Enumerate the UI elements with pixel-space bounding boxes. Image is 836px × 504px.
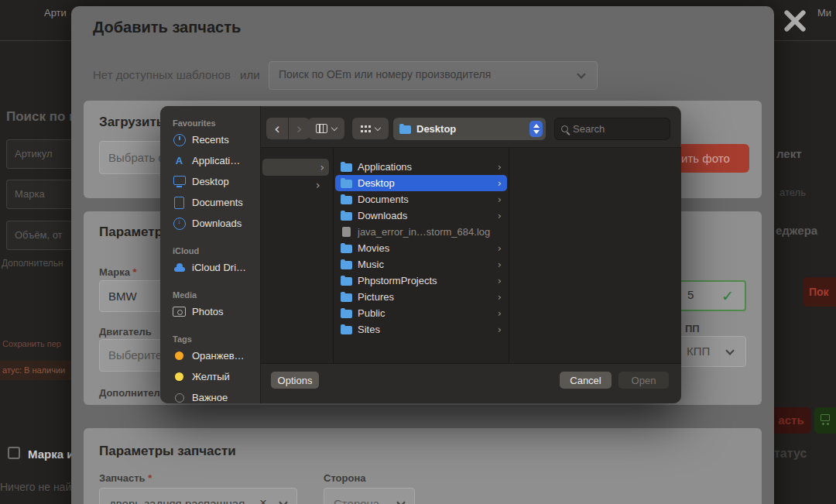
clear-icon[interactable]: ×: [259, 495, 267, 504]
sidebar-section-title: Media: [173, 289, 260, 301]
file-row[interactable]: Documents›: [335, 191, 507, 207]
sidebar-item[interactable]: Applicati…: [173, 150, 260, 171]
file-name: Desktop: [358, 177, 492, 189]
chevron-right-icon: ›: [498, 307, 502, 319]
brand-input[interactable]: Марка: [6, 180, 71, 209]
sidebar-item[interactable]: Важное: [173, 387, 260, 403]
column-view-button[interactable]: [308, 118, 344, 139]
back-button[interactable]: ‹: [266, 118, 288, 139]
or-text: или: [240, 68, 260, 81]
engine-label: Двигатель: [99, 326, 152, 338]
document-icon: [173, 196, 186, 209]
file-name: Public: [358, 307, 492, 319]
file-name: Downloads: [358, 210, 492, 221]
side-value: Сторона: [334, 497, 379, 504]
additional-filters-label: Дополнительн: [2, 258, 63, 269]
options-button[interactable]: Options: [271, 372, 319, 389]
file-row[interactable]: Pictures›: [335, 289, 507, 305]
location-value: Desktop: [416, 123, 456, 135]
app-a-icon: [173, 154, 186, 167]
tag-ring-icon: [173, 391, 186, 403]
empty-results-text: Ничего не най: [0, 481, 71, 493]
gearbox-value: КПП: [687, 345, 710, 358]
open-button[interactable]: Open: [618, 372, 669, 389]
sidebar-item-label: Оранжев…: [192, 350, 245, 362]
page-header-right-text: Ми: [817, 7, 831, 19]
page-header-left-text: Арти: [44, 7, 67, 19]
chevron-right-icon: ›: [498, 259, 502, 270]
cloud-icon: [173, 261, 186, 274]
save-params-link[interactable]: Сохранить пер: [2, 339, 61, 348]
part-params-heading: Параметры запчасти: [99, 444, 236, 459]
oem-search-select[interactable]: Поиск по OEm или номеру производителя: [269, 61, 598, 90]
part-params-card: Параметры запчасти Запчасть * дверь задн…: [84, 428, 762, 504]
file-row[interactable]: PhpstormProjects›: [335, 273, 507, 289]
sidebar-item-label: Desktop: [192, 176, 229, 187]
folder-icon: [341, 293, 352, 302]
folder-icon: [341, 163, 352, 172]
sidebar-item-label: Applicati…: [192, 155, 240, 166]
file-row[interactable]: Public›: [335, 305, 507, 321]
chevron-right-icon: ›: [498, 177, 502, 189]
file-row[interactable]: Sites›: [335, 321, 507, 338]
cart-icon: [821, 414, 830, 421]
sidebar-item[interactable]: Photos: [173, 301, 260, 322]
part-select[interactable]: дверь задняя распашная ×: [99, 488, 297, 504]
right-label-mid: атель: [779, 187, 806, 198]
status-badge: атус: В наличии: [0, 361, 72, 380]
volume-input[interactable]: Объём, от: [6, 221, 71, 250]
sidebar-item[interactable]: Desktop: [173, 171, 260, 192]
file-row[interactable]: Music›: [335, 256, 507, 273]
search-field[interactable]: Search: [554, 118, 670, 140]
gearbox-label: ПП: [685, 323, 700, 334]
location-dropdown[interactable]: Desktop: [393, 118, 546, 140]
dropdown-stepper-icon: [529, 121, 543, 137]
file-list: Applications›Desktop›Documents›Downloads…: [334, 148, 509, 365]
cancel-button[interactable]: Cancel: [560, 372, 612, 389]
sidebar-item-label: Downloads: [192, 218, 242, 229]
file-row[interactable]: java_error_in…storm_684.log: [335, 224, 507, 240]
cart-button[interactable]: [814, 407, 836, 434]
modal-title: Добавить запчасть: [93, 19, 241, 36]
show-button[interactable]: Пок: [803, 277, 836, 307]
file-row[interactable]: Desktop›: [335, 175, 507, 191]
parent-column: › ›: [261, 148, 333, 365]
sidebar-item[interactable]: Recents: [173, 129, 260, 150]
parent-selected-row[interactable]: ›: [262, 159, 329, 176]
sidebar-item[interactable]: Желтый: [173, 366, 260, 387]
sidebar-section-title: Tags: [173, 333, 260, 345]
group-view-button[interactable]: [352, 118, 389, 139]
file-row[interactable]: Downloads›: [335, 207, 507, 224]
sidebar-item-label: Желтый: [192, 371, 230, 382]
sidebar-item[interactable]: iCloud Dri…: [173, 257, 260, 278]
column-divider: [509, 148, 509, 365]
sidebar-item[interactable]: Downloads: [173, 213, 260, 234]
required-asterisk: *: [148, 472, 152, 484]
brand-checkbox[interactable]: [8, 447, 20, 459]
folder-icon: [399, 125, 411, 134]
file-row[interactable]: Movies›: [335, 240, 507, 256]
article-input[interactable]: Артикул: [6, 139, 71, 169]
sidebar-item[interactable]: Оранжев…: [173, 345, 260, 366]
file-row[interactable]: Applications›: [335, 159, 507, 175]
oem-search-value: Поиск по OEm или номеру производителя: [279, 68, 491, 81]
sidebar-item-label: iCloud Dri…: [192, 262, 246, 273]
chevron-down-icon: [396, 498, 405, 504]
folder-icon: [341, 196, 352, 204]
tag-orange-icon: [173, 349, 186, 362]
grid-icon: [361, 125, 363, 128]
sell-part-button[interactable]: асть: [771, 407, 811, 434]
file-name: Movies: [358, 242, 492, 254]
chevron-right-icon: ›: [498, 194, 502, 205]
close-icon[interactable]: [777, 3, 813, 39]
finder-sidebar: FavouritesRecentsApplicati…DesktopDocume…: [160, 106, 261, 403]
macos-open-dialog: FavouritesRecentsApplicati…DesktopDocume…: [160, 106, 681, 403]
forward-button[interactable]: ›: [289, 118, 310, 139]
file-name: java_error_in…storm_684.log: [358, 226, 507, 238]
brand-label: Марка *: [99, 266, 137, 278]
file-name: PhpstormProjects: [358, 275, 492, 286]
sidebar-item[interactable]: Documents: [173, 192, 260, 213]
side-select[interactable]: Сторона: [324, 488, 415, 504]
folder-icon: [341, 277, 352, 286]
camera-icon: [173, 305, 186, 318]
